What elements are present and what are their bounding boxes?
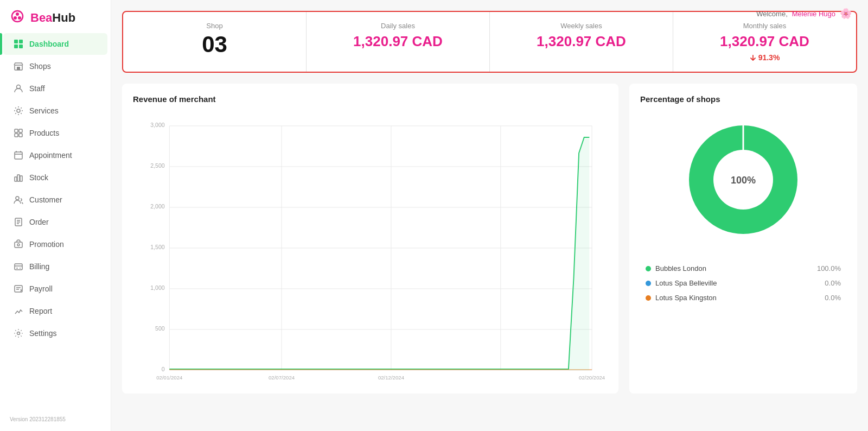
stat-daily-value: 1,320.97 CAD <box>353 33 443 50</box>
sidebar-label-report: Report <box>29 307 52 315</box>
sidebar-item-services[interactable]: Services <box>3 100 107 122</box>
svg-rect-16 <box>15 152 22 159</box>
svg-text:500: 500 <box>155 325 165 332</box>
revenue-chart-title: Revenue of merchant <box>133 94 608 104</box>
revenue-svg: 0 500 1,000 1,500 2,000 2,500 3,000 <box>133 111 608 383</box>
svg-text:02/01/2024: 02/01/2024 <box>156 375 183 381</box>
sidebar-label-shops: Shops <box>29 62 51 71</box>
arrow-down-icon <box>750 54 756 61</box>
sidebar-label-services: Services <box>29 106 59 115</box>
sidebar-label-stock: Stock <box>29 173 48 182</box>
svg-rect-22 <box>15 242 22 248</box>
sidebar-label-customer: Customer <box>29 195 62 204</box>
sidebar-label-dashboard: Dashboard <box>29 40 69 48</box>
user-name: Melenie Hugo <box>792 10 835 18</box>
revenue-chart: Revenue of merchant 0 500 1,000 1,500 2,… <box>122 84 618 394</box>
svg-text:02/20/2024: 02/20/2024 <box>579 375 605 381</box>
stat-weekly: Weekly sales 1,320.97 CAD <box>490 12 673 72</box>
svg-rect-24 <box>15 264 22 270</box>
pie-chart-wrapper: 100% <box>640 109 846 250</box>
stat-daily-label: Daily sales <box>381 22 415 30</box>
payroll-icon <box>13 283 24 294</box>
svg-rect-12 <box>15 129 18 132</box>
sidebar-label-payroll: Payroll <box>29 284 53 293</box>
sidebar-item-staff[interactable]: Staff <box>3 78 107 99</box>
stat-shop-value: 03 <box>202 33 227 56</box>
logo-icon <box>11 10 27 26</box>
appointment-icon <box>13 150 24 161</box>
promotion-icon <box>13 239 24 250</box>
sidebar-item-customer[interactable]: Customer <box>3 189 107 211</box>
legend-pct-0: 100.0% <box>817 264 841 272</box>
sidebar-item-shops[interactable]: Shops <box>3 55 107 77</box>
sidebar-label-products: Products <box>29 129 59 137</box>
svg-text:100%: 100% <box>731 175 756 186</box>
sidebar-item-settings[interactable]: Settings <box>3 322 107 344</box>
user-icon: 🌸 <box>840 8 852 20</box>
sidebar-label-staff: Staff <box>29 84 45 93</box>
svg-text:2,500: 2,500 <box>150 162 165 169</box>
legend-label-0: Bubbles London <box>655 264 706 272</box>
svg-point-11 <box>17 109 20 112</box>
stat-monthly-value: 1,320.97 CAD <box>720 33 809 50</box>
chart-area: 0 500 1,000 1,500 2,000 2,500 3,000 <box>133 111 608 383</box>
sidebar-item-payroll[interactable]: Payroll <box>3 278 107 300</box>
svg-rect-4 <box>14 40 18 43</box>
sidebar-item-dashboard[interactable]: Dashboard <box>3 33 107 55</box>
sidebar-item-order[interactable]: Order <box>3 211 107 233</box>
stat-monthly-change: 91.3% <box>750 53 780 62</box>
order-icon <box>13 217 24 227</box>
svg-rect-7 <box>19 45 23 48</box>
sidebar-item-appointment[interactable]: Appointment <box>3 144 107 166</box>
main-content: Shop 03 Daily sales 1,320.97 CAD Weekly … <box>111 0 868 431</box>
stat-monthly-label: Monthly sales <box>743 22 786 30</box>
legend-dot-0 <box>646 266 651 271</box>
legend-item-0: Bubbles London 100.0% <box>646 261 841 276</box>
svg-rect-15 <box>19 134 22 137</box>
svg-marker-50 <box>169 138 589 370</box>
bottom-row: Revenue of merchant 0 500 1,000 1,500 2,… <box>122 84 857 394</box>
nav-items: Dashboard Shops Staff <box>0 33 111 413</box>
stock-icon <box>13 172 24 183</box>
pie-chart-section: Percentage of shops 100% <box>629 84 857 394</box>
sidebar-label-billing: Billing <box>29 262 49 271</box>
report-icon <box>13 306 24 316</box>
svg-rect-13 <box>19 129 22 132</box>
legend-pct-1: 0.0% <box>825 279 841 287</box>
customer-icon <box>13 194 24 205</box>
svg-rect-9 <box>17 67 20 70</box>
stat-shop-label: Shop <box>206 22 222 30</box>
svg-text:0: 0 <box>162 366 165 372</box>
sidebar-item-promotion[interactable]: Promotion <box>3 233 107 255</box>
stats-row: Shop 03 Daily sales 1,320.97 CAD Weekly … <box>122 11 857 73</box>
sidebar-label-order: Order <box>29 218 49 226</box>
donut-svg: 100% <box>673 109 814 250</box>
sidebar-item-stock[interactable]: Stock <box>3 167 107 188</box>
legend-dot-2 <box>646 295 651 301</box>
svg-rect-6 <box>14 45 18 48</box>
sidebar-item-report[interactable]: Report <box>3 300 107 322</box>
welcome-text: Welcome, <box>756 10 788 18</box>
svg-point-20 <box>16 197 19 200</box>
services-icon <box>13 105 24 116</box>
pie-legend: Bubbles London 100.0% Lotus Spa Bellevil… <box>640 261 846 305</box>
stat-daily: Daily sales 1,320.97 CAD <box>307 12 490 72</box>
svg-text:2,000: 2,000 <box>150 203 165 210</box>
svg-point-2 <box>14 16 17 20</box>
sidebar-item-billing[interactable]: Billing <box>3 256 107 277</box>
svg-rect-5 <box>19 40 23 43</box>
products-icon <box>13 128 24 138</box>
svg-point-1 <box>16 12 19 16</box>
svg-point-3 <box>18 16 21 20</box>
legend-dot-1 <box>646 281 651 286</box>
sidebar-item-products[interactable]: Products <box>3 122 107 144</box>
logo-area: BeaHub <box>0 0 111 33</box>
svg-rect-19 <box>20 176 22 181</box>
stat-monthly: Monthly sales 1,320.97 CAD 91.3% <box>673 12 856 72</box>
svg-rect-17 <box>15 177 17 181</box>
svg-rect-14 <box>15 134 18 137</box>
legend-label-2: Lotus Spa Kingston <box>655 294 717 302</box>
legend-label-1: Lotus Spa Belleville <box>655 279 717 287</box>
legend-item-1: Lotus Spa Belleville 0.0% <box>646 276 841 290</box>
svg-text:1,500: 1,500 <box>150 244 165 250</box>
